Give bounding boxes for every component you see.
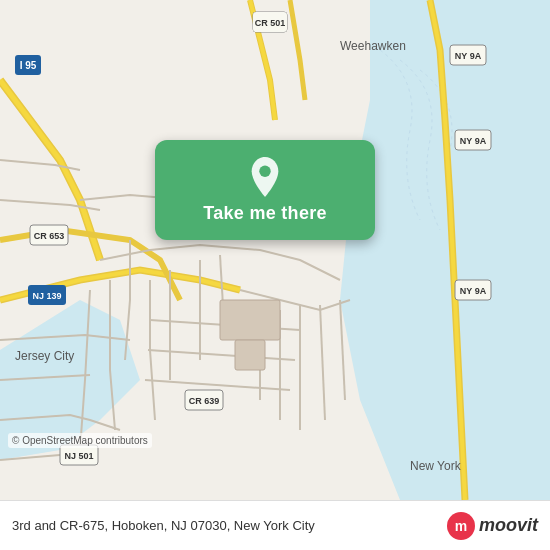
map-svg: I 95 CR 501 NY 9A NY 9A NY 9A CR 653: [0, 0, 550, 500]
moovit-text: moovit: [479, 515, 538, 536]
bottom-bar: 3rd and CR-675, Hoboken, NJ 07030, New Y…: [0, 500, 550, 550]
svg-text:NY 9A: NY 9A: [460, 286, 487, 296]
svg-text:Jersey City: Jersey City: [15, 349, 74, 363]
address-text: 3rd and CR-675, Hoboken, NJ 07030, New Y…: [12, 518, 315, 533]
map-container: I 95 CR 501 NY 9A NY 9A NY 9A CR 653: [0, 0, 550, 500]
location-pin-icon: [249, 157, 281, 197]
svg-point-27: [259, 165, 270, 176]
map-attribution: © OpenStreetMap contributors: [8, 433, 152, 448]
svg-text:NY 9A: NY 9A: [460, 136, 487, 146]
moovit-icon: m: [447, 512, 475, 540]
svg-rect-25: [220, 300, 280, 340]
svg-text:I 95: I 95: [20, 60, 37, 71]
button-label: Take me there: [203, 203, 327, 224]
svg-text:New York: New York: [410, 459, 462, 473]
svg-rect-26: [235, 340, 265, 370]
svg-text:NJ 501: NJ 501: [64, 451, 93, 461]
svg-text:NY 9A: NY 9A: [455, 51, 482, 61]
svg-text:CR 501: CR 501: [255, 18, 286, 28]
svg-text:NJ 139: NJ 139: [32, 291, 61, 301]
svg-text:Weehawken: Weehawken: [340, 39, 406, 53]
svg-text:CR 639: CR 639: [189, 396, 220, 406]
svg-text:CR 653: CR 653: [34, 231, 65, 241]
moovit-logo: m moovit: [447, 512, 538, 540]
take-me-there-button[interactable]: Take me there: [155, 140, 375, 240]
